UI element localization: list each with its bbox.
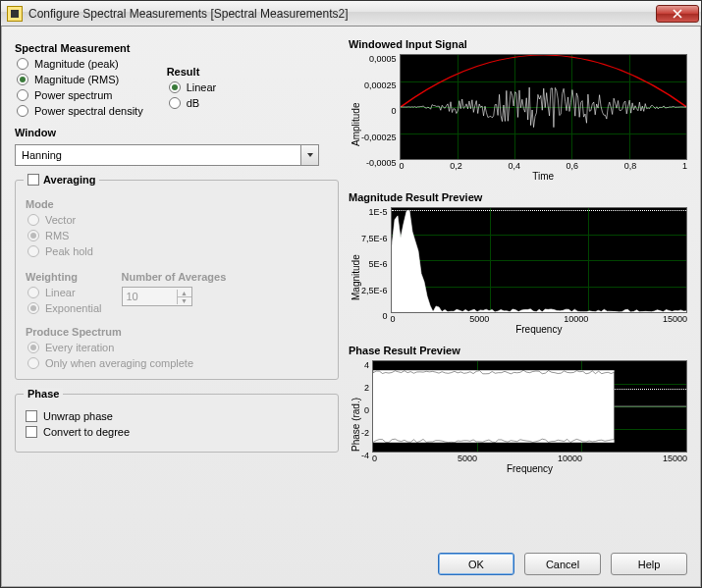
averaging-check[interactable]: Averaging [24, 174, 99, 186]
radio-mode-peak-hold: Peak hold [27, 245, 328, 257]
ytick: 0 [383, 311, 388, 321]
plot-area [391, 207, 687, 313]
plot-svg [392, 208, 686, 312]
ytick: 2,5E-6 [361, 286, 388, 295]
radio-label: Exponential [45, 302, 102, 314]
radio-icon [169, 97, 181, 109]
y-axis-ticks: 4 2 0 -2 -4 [361, 360, 372, 474]
xtick: 0 [391, 314, 396, 324]
check-label: Unwrap phase [43, 410, 113, 422]
averaging-label: Averaging [43, 174, 95, 186]
num-averages-group: Number of Averages 10 ▲ ▼ [122, 265, 227, 314]
radio-result-db[interactable]: dB [169, 97, 217, 109]
chart-phase-preview: Phase Result Preview Phase (rad.) 4 2 0 … [349, 343, 687, 474]
chart-windowed-input: Windowed Input Signal Amplitude 0,0005 0… [349, 36, 687, 182]
radio-weighting-exponential: Exponential [27, 302, 102, 314]
dropdown-button[interactable] [300, 145, 318, 165]
radio-power-spectral-density[interactable]: Power spectral density [17, 105, 143, 117]
radio-icon [27, 287, 39, 298]
right-column: Windowed Input Signal Amplitude 0,0005 0… [349, 36, 687, 543]
radio-label: Magnitude (peak) [34, 58, 119, 70]
ytick: 0 [392, 106, 397, 116]
ytick: 2 [364, 383, 369, 393]
produce-spectrum-heading: Produce Spectrum [26, 326, 328, 338]
radio-label: Every iteration [45, 342, 114, 353]
radio-label: Linear [187, 81, 217, 93]
chevron-down-icon [306, 151, 314, 159]
ytick: 4 [364, 360, 369, 370]
check-convert-degree[interactable]: Convert to degree [26, 426, 328, 438]
y-axis-ticks: 0,0005 0,00025 0 -0,00025 -0,0005 [361, 54, 400, 182]
radio-icon [169, 81, 181, 93]
radio-label: Magnitude (RMS) [34, 74, 119, 85]
xtick: 0 [400, 161, 405, 171]
check-unwrap-phase[interactable]: Unwrap phase [26, 410, 328, 422]
xtick: 5000 [458, 454, 477, 463]
xtick: 0,2 [450, 161, 462, 171]
checkbox-icon [27, 174, 39, 186]
radio-icon [27, 230, 39, 241]
radio-icon [17, 105, 28, 117]
x-axis-label: Frequency [372, 463, 687, 474]
checkbox-icon [26, 410, 37, 422]
ytick: 0 [364, 405, 369, 415]
radio-power-spectrum[interactable]: Power spectrum [17, 89, 143, 101]
radio-magnitude-rms[interactable]: Magnitude (RMS) [17, 74, 143, 85]
xtick: 0,6 [567, 161, 579, 171]
help-button[interactable]: Help [611, 553, 687, 575]
measurement-type-group: Magnitude (peak) Magnitude (RMS) Power s… [17, 58, 143, 117]
close-button[interactable] [656, 5, 699, 23]
phase-frame: Phase Unwrap phase Convert to degree [15, 394, 339, 453]
ytick: 5E-6 [369, 259, 388, 269]
radio-weighting-linear: Linear [27, 287, 102, 298]
averaging-frame: Averaging Mode Vector RMS Peak hold [15, 180, 339, 380]
spinner-up-icon: ▲ [178, 290, 191, 297]
ytick: -0,0005 [366, 158, 397, 168]
radio-label: dB [187, 97, 199, 109]
radio-icon [17, 58, 28, 70]
radio-icon [17, 74, 28, 85]
radio-label: Power spectral density [34, 105, 143, 117]
radio-magnitude-peak[interactable]: Magnitude (peak) [17, 58, 143, 70]
ytick: -0,00025 [361, 133, 397, 142]
radio-result-linear[interactable]: Linear [169, 81, 217, 93]
radio-label: Power spectrum [34, 89, 112, 101]
button-label: Help [638, 559, 661, 570]
plot-svg [401, 55, 686, 159]
plot-svg [373, 361, 686, 452]
radio-icon [27, 342, 39, 353]
chart-title: Magnitude Result Preview [349, 191, 687, 203]
num-averages-heading: Number of Averages [122, 271, 227, 283]
spinner: ▲ ▼ [177, 290, 191, 304]
xtick: 10000 [564, 314, 588, 324]
window-select[interactable]: Hanning [15, 144, 319, 166]
radio-label: Only when averaging complete [45, 357, 193, 369]
ok-button[interactable]: OK [438, 553, 514, 575]
chart-title: Phase Result Preview [349, 345, 687, 356]
dialog-window: Configure Spectral Measurements [Spectra… [0, 0, 702, 588]
close-icon [673, 9, 682, 19]
footer-buttons: OK Cancel Help [1, 543, 701, 587]
ytick: 0,00025 [364, 80, 397, 90]
xtick: 1 [682, 161, 687, 171]
num-averages-input: 10 ▲ ▼ [122, 287, 192, 306]
radio-icon [27, 245, 39, 257]
y-axis-label: Phase (rad.) [349, 360, 361, 474]
cancel-button[interactable]: Cancel [524, 553, 601, 575]
radio-icon [27, 302, 39, 314]
spectral-options-row: Magnitude (peak) Magnitude (RMS) Power s… [15, 58, 339, 117]
result-group: Result Linear dB [167, 58, 217, 117]
ytick: 7,5E-6 [361, 234, 388, 243]
x-axis-ticks: 0 5000 10000 15000 [391, 313, 687, 324]
x-axis-ticks: 0 5000 10000 15000 [372, 453, 687, 463]
radio-mode-rms: RMS [27, 230, 328, 241]
ytick: -2 [361, 428, 369, 438]
content-area: Spectral Measurement Magnitude (peak) Ma… [1, 27, 701, 543]
app-icon [7, 6, 23, 22]
radio-icon [17, 89, 28, 101]
x-axis-label: Time [400, 171, 687, 182]
check-label: Convert to degree [43, 426, 130, 438]
radio-produce-every: Every iteration [27, 342, 328, 353]
window-title: Configure Spectral Measurements [Spectra… [28, 7, 656, 21]
window-heading: Window [15, 127, 339, 138]
